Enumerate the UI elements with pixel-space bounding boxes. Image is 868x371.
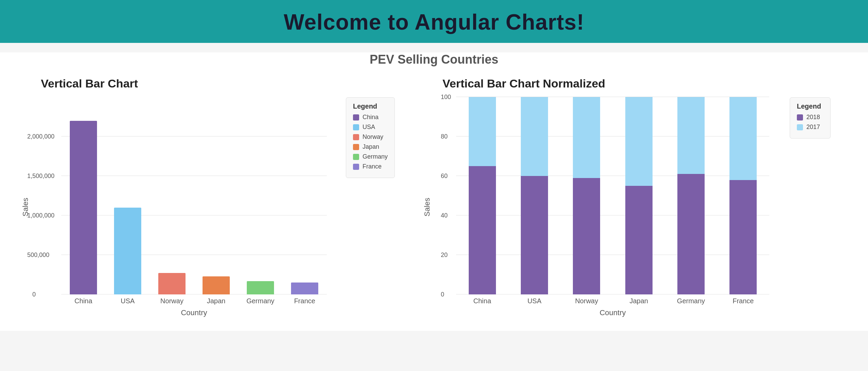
bar-china bbox=[70, 121, 97, 294]
y-tick-15m: 1,500,000 bbox=[27, 173, 54, 180]
right-legend-color-2018 bbox=[797, 114, 803, 120]
legend-item-china: China bbox=[353, 114, 388, 121]
usa-2017-segment bbox=[521, 97, 548, 176]
right-legend-title: Legend bbox=[797, 102, 823, 110]
right-grid-40 bbox=[456, 215, 769, 215]
legend-label-germany: Germany bbox=[363, 153, 388, 160]
right-legend-item-2017: 2017 bbox=[797, 124, 823, 131]
bar-japan bbox=[203, 276, 230, 294]
japan-2018-segment bbox=[625, 186, 653, 294]
legend-label-china: China bbox=[363, 114, 379, 121]
subtitle: PEV Selling Countries bbox=[0, 52, 868, 67]
right-x-axis-label: Country bbox=[456, 308, 769, 317]
right-x-label-japan: Japan bbox=[613, 297, 665, 305]
japan-2017-segment bbox=[625, 97, 653, 186]
right-grid-0 bbox=[456, 294, 769, 294]
germany-2018-segment bbox=[677, 174, 705, 294]
right-grid-60 bbox=[456, 176, 769, 176]
legend-color-japan bbox=[353, 144, 359, 150]
right-chart-area: Sales 0 20 40 60 80 bbox=[422, 97, 831, 317]
right-y-tick-80: 80 bbox=[441, 133, 448, 140]
x-label-norway: Norway bbox=[150, 297, 194, 305]
germany-2017-segment bbox=[677, 97, 705, 174]
right-legend-item-2018: 2018 bbox=[797, 114, 823, 121]
right-grid-80 bbox=[456, 136, 769, 136]
left-x-axis-label: Country bbox=[61, 308, 327, 317]
right-legend: Legend 2018 2017 bbox=[790, 97, 831, 139]
x-label-france: France bbox=[283, 297, 327, 305]
y-tick-0: 0 bbox=[32, 291, 36, 298]
legend-item-france: France bbox=[353, 163, 388, 170]
norway-2018-segment bbox=[573, 178, 600, 294]
right-legend-label-2017: 2017 bbox=[806, 124, 820, 131]
legend-label-norway: Norway bbox=[363, 133, 383, 141]
right-chart-inner: 0 20 40 60 80 100 bbox=[436, 97, 831, 317]
right-plot-area: 0 20 40 60 80 100 bbox=[456, 97, 769, 294]
x-label-japan: Japan bbox=[194, 297, 238, 305]
left-chart-area: Sales 0 500,000 1,000,000 1,500,000 bbox=[20, 97, 395, 317]
legend-label-usa: USA bbox=[363, 124, 375, 131]
stacked-bar-usa bbox=[521, 97, 548, 294]
legend-color-france bbox=[353, 164, 359, 170]
left-chart-title: Vertical Bar Chart bbox=[41, 77, 395, 90]
right-chart: Vertical Bar Chart Normalized Sales 0 20… bbox=[422, 77, 831, 317]
grid-line-1m bbox=[61, 215, 327, 215]
grid-line-500k bbox=[61, 255, 327, 255]
y-tick-2m: 2,000,000 bbox=[27, 133, 54, 140]
france-2018-segment bbox=[729, 180, 757, 294]
right-x-label-norway: Norway bbox=[561, 297, 613, 305]
y-tick-500k: 500,000 bbox=[27, 252, 49, 259]
legend-item-usa: USA bbox=[353, 124, 388, 131]
x-label-germany: Germany bbox=[238, 297, 283, 305]
usa-2018-segment bbox=[521, 176, 548, 294]
legend-label-france: France bbox=[363, 163, 382, 170]
right-x-label-germany: Germany bbox=[665, 297, 717, 305]
left-x-labels: China USA Norway Japan Germany France bbox=[61, 297, 327, 305]
bar-france bbox=[291, 283, 318, 294]
china-2017-segment bbox=[469, 97, 496, 166]
right-y-tick-20: 20 bbox=[441, 252, 448, 259]
y-tick-1m: 1,000,000 bbox=[27, 212, 54, 219]
right-legend-color-2017 bbox=[797, 124, 803, 130]
right-x-label-usa: USA bbox=[508, 297, 560, 305]
legend-item-norway: Norway bbox=[353, 133, 388, 141]
legend-item-germany: Germany bbox=[353, 153, 388, 160]
stacked-bar-china bbox=[469, 97, 496, 294]
x-label-usa: USA bbox=[106, 297, 150, 305]
norway-2017-segment bbox=[573, 97, 600, 178]
grid-line-15m bbox=[61, 176, 327, 176]
right-x-label-france: France bbox=[717, 297, 769, 305]
stacked-bar-norway bbox=[573, 97, 600, 294]
legend-item-japan: Japan bbox=[353, 143, 388, 150]
legend-color-china bbox=[353, 114, 359, 120]
china-2018-segment bbox=[469, 166, 496, 294]
grid-line-0 bbox=[61, 294, 327, 294]
left-legend: Legend China USA Norway Japan bbox=[346, 97, 395, 178]
right-x-labels: China USA Norway Japan Germany France bbox=[456, 297, 769, 305]
bar-germany bbox=[247, 281, 274, 294]
page-title: Welcome to Angular Charts! bbox=[0, 10, 868, 35]
stacked-bar-japan bbox=[625, 97, 653, 294]
right-x-label-china: China bbox=[456, 297, 508, 305]
stacked-bar-france bbox=[729, 97, 757, 294]
right-y-tick-100: 100 bbox=[441, 94, 451, 101]
france-2017-segment bbox=[729, 97, 757, 180]
legend-color-norway bbox=[353, 134, 359, 140]
stacked-bar-germany bbox=[677, 97, 705, 294]
left-plot-area: 0 500,000 1,000,000 1,500,000 2,000,000 bbox=[61, 97, 327, 294]
right-chart-title: Vertical Bar Chart Normalized bbox=[443, 77, 831, 90]
left-legend-title: Legend bbox=[353, 102, 388, 110]
bar-norway bbox=[158, 273, 186, 294]
x-label-china: China bbox=[61, 297, 106, 305]
right-y-axis-label: Sales bbox=[422, 97, 432, 317]
bar-usa bbox=[114, 208, 141, 294]
right-legend-label-2018: 2018 bbox=[806, 114, 820, 121]
legend-label-japan: Japan bbox=[363, 143, 379, 150]
left-y-axis-label: Sales bbox=[20, 97, 31, 317]
left-chart: Vertical Bar Chart Sales 0 500,000 1,000… bbox=[20, 77, 395, 317]
header: Welcome to Angular Charts! bbox=[0, 0, 868, 43]
legend-color-germany bbox=[353, 154, 359, 160]
left-chart-inner: 0 500,000 1,000,000 1,500,000 2,000,000 bbox=[34, 97, 395, 317]
right-y-tick-40: 40 bbox=[441, 212, 448, 219]
legend-color-usa bbox=[353, 124, 359, 130]
